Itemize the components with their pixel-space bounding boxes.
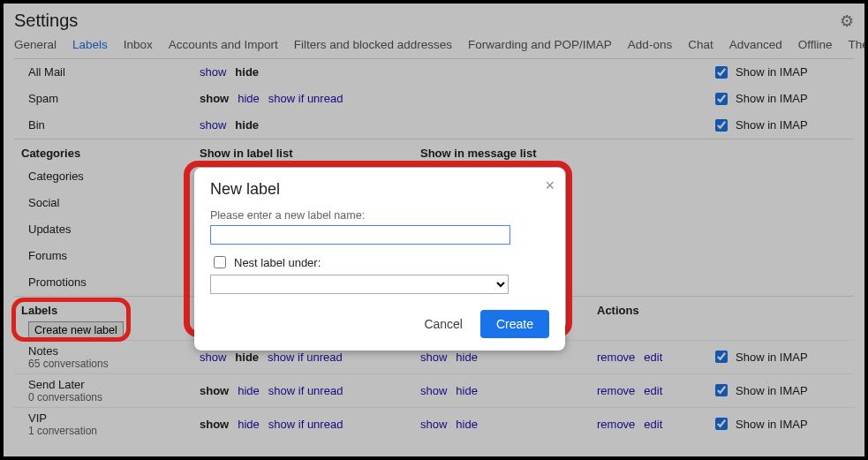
tab-labels[interactable]: Labels: [72, 38, 108, 51]
tab-themes[interactable]: Themes: [849, 38, 864, 51]
ml-show-toggle[interactable]: show: [420, 384, 447, 397]
hide-toggle[interactable]: hide: [235, 65, 259, 79]
labels-heading: Labels: [14, 304, 200, 317]
imap-checkbox[interactable]: [715, 384, 728, 396]
system-label-name: Spam: [14, 92, 200, 105]
close-icon[interactable]: ×: [545, 177, 555, 195]
ml-show-toggle[interactable]: show: [420, 418, 447, 431]
user-label-sub: 1 conversation: [28, 425, 200, 437]
ml-show-toggle[interactable]: show: [420, 351, 447, 364]
imap-checkbox[interactable]: [715, 93, 728, 105]
cancel-button[interactable]: Cancel: [419, 316, 468, 332]
imap-label: Show in IMAP: [736, 65, 808, 79]
gear-icon[interactable]: ⚙: [840, 11, 854, 31]
label-name-input[interactable]: [210, 225, 510, 245]
tab-inbox[interactable]: Inbox: [124, 38, 153, 51]
imap-checkbox[interactable]: [715, 66, 728, 79]
tab-chat[interactable]: Chat: [688, 38, 713, 51]
show-if-unread-toggle[interactable]: show if unread: [268, 351, 343, 364]
hide-toggle[interactable]: hide: [238, 384, 260, 397]
edit-action[interactable]: edit: [644, 418, 662, 431]
user-label-sub: 65 conversations: [28, 358, 200, 370]
create-button[interactable]: Create: [480, 310, 549, 338]
col-header-labellist: Show in label list: [200, 147, 420, 160]
tab-general[interactable]: General: [14, 38, 57, 51]
user-label-sub: 0 conversations: [28, 391, 200, 403]
hide-toggle[interactable]: hide: [238, 92, 260, 105]
show-if-unread-toggle[interactable]: show if unread: [268, 418, 343, 431]
category-name: Forums: [14, 249, 200, 262]
new-label-dialog: × New label Please enter a new label nam…: [194, 168, 565, 351]
remove-action[interactable]: remove: [597, 418, 635, 431]
actions-header: Actions: [597, 304, 712, 317]
system-label-name: Bin: [14, 118, 200, 132]
category-name: Promotions: [14, 275, 200, 289]
categories-heading: Categories: [14, 147, 200, 160]
tab-filters-and-blocked-addresses[interactable]: Filters and blocked addresses: [294, 38, 452, 51]
show-toggle[interactable]: show: [200, 384, 229, 397]
tab-advanced[interactable]: Advanced: [729, 38, 782, 51]
imap-label: Show in IMAP: [736, 418, 808, 431]
category-name: Social: [14, 196, 200, 209]
show-toggle[interactable]: show: [200, 351, 226, 364]
remove-action[interactable]: remove: [597, 351, 635, 364]
system-label-name: All Mail: [14, 65, 200, 79]
edit-action[interactable]: edit: [644, 351, 662, 364]
show-toggle[interactable]: show: [200, 92, 229, 105]
category-name: Categories: [14, 170, 200, 183]
imap-checkbox[interactable]: [715, 119, 728, 132]
imap-checkbox[interactable]: [715, 418, 728, 430]
imap-label: Show in IMAP: [736, 118, 808, 132]
hide-toggle[interactable]: hide: [235, 118, 259, 132]
hide-toggle[interactable]: hide: [238, 418, 260, 431]
settings-tabs: GeneralLabelsInboxAccounts and ImportFil…: [14, 38, 854, 59]
show-if-unread-toggle[interactable]: show if unread: [268, 92, 343, 105]
dialog-title: New label: [210, 180, 549, 199]
remove-action[interactable]: remove: [597, 384, 635, 397]
imap-label: Show in IMAP: [736, 351, 808, 364]
show-toggle[interactable]: show: [200, 118, 226, 132]
imap-checkbox[interactable]: [715, 351, 728, 363]
show-toggle[interactable]: show: [200, 418, 229, 431]
tab-accounts-and-import[interactable]: Accounts and Import: [169, 38, 278, 51]
edit-action[interactable]: edit: [644, 384, 662, 397]
category-name: Updates: [14, 222, 200, 236]
nest-parent-select[interactable]: [210, 275, 509, 294]
ml-hide-toggle[interactable]: hide: [456, 418, 478, 431]
user-label-name: Notes: [28, 344, 200, 358]
dialog-prompt: Please enter a new label name:: [210, 209, 549, 222]
ml-hide-toggle[interactable]: hide: [456, 384, 478, 397]
hide-toggle[interactable]: hide: [235, 351, 259, 364]
nest-label-checkbox[interactable]: [214, 256, 226, 268]
create-new-label-button[interactable]: Create new label: [28, 321, 124, 339]
show-toggle[interactable]: show: [200, 65, 226, 79]
nest-label-text: Nest label under:: [234, 256, 321, 269]
user-label-name: VIP: [28, 411, 200, 425]
tab-forwarding-and-pop-imap[interactable]: Forwarding and POP/IMAP: [468, 38, 612, 51]
imap-label: Show in IMAP: [736, 92, 808, 105]
ml-hide-toggle[interactable]: hide: [456, 351, 478, 364]
tab-offline[interactable]: Offline: [798, 38, 833, 51]
user-label-name: Send Later: [28, 378, 200, 391]
imap-label: Show in IMAP: [736, 384, 808, 397]
tab-add-ons[interactable]: Add-ons: [628, 38, 672, 51]
col-header-msglist: Show in message list: [420, 147, 597, 160]
page-title: Settings: [14, 11, 78, 31]
show-if-unread-toggle[interactable]: show if unread: [268, 384, 343, 397]
